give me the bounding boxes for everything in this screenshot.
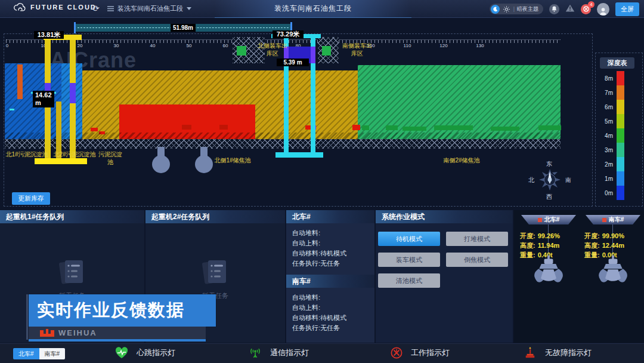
north-crane-bottom-beam bbox=[35, 158, 87, 164]
workshop-selector-label: 装洗车间南石油焦工段 bbox=[117, 4, 183, 13]
ruler-tick: 0 bbox=[6, 43, 8, 48]
dashboard: FUTURE CLOUD ⟳ 装洗车间南石油焦工段 装洗车间南石油焦工段 | 暗… bbox=[0, 0, 644, 363]
moon-icon[interactable] bbox=[491, 5, 500, 14]
workshop-selector[interactable]: 装洗车间南石油焦工段 bbox=[107, 4, 191, 13]
mode-stacking-button[interactable]: 打堆模式 bbox=[446, 232, 508, 246]
divider: | bbox=[513, 6, 515, 12]
depth-label: 2m bbox=[599, 161, 617, 168]
north-crane-card-title: 北车# bbox=[544, 216, 560, 224]
toggle-south-button[interactable]: 南车# bbox=[39, 348, 66, 359]
sun-icon[interactable] bbox=[502, 5, 511, 14]
alarm-icon[interactable]: 4 bbox=[581, 4, 591, 14]
crane1-queue-title: 起重机1#任务队列 bbox=[0, 210, 144, 223]
depth-color bbox=[617, 157, 624, 171]
coke-pool-north-label: 北侧1#储焦池 bbox=[203, 156, 262, 164]
loadout-green-square bbox=[237, 46, 246, 56]
ruler-tick: 20 bbox=[78, 43, 83, 48]
south-loadout-label: 南侧装车出库区 bbox=[340, 42, 374, 57]
pool-edge-hatch bbox=[5, 133, 561, 139]
warning-icon[interactable] bbox=[565, 4, 575, 14]
distance-measure-bar: 51.98m bbox=[75, 24, 291, 32]
fault-label: 无故障指示灯 bbox=[545, 347, 592, 358]
depth-label: 7m bbox=[599, 90, 617, 96]
depth-mark-orange bbox=[17, 64, 23, 99]
green-mark bbox=[491, 127, 519, 131]
theme-label: 暗夜主题 bbox=[517, 5, 538, 13]
cloud-logo-icon bbox=[13, 3, 26, 11]
mode-loading-button[interactable]: 装车模式 bbox=[378, 253, 440, 267]
status-row: 任务执行:无任务 bbox=[292, 323, 374, 333]
claw-icon bbox=[530, 256, 567, 288]
stat-value: 11.94m bbox=[538, 242, 560, 249]
green-mark bbox=[434, 125, 473, 130]
heartbeat-icon bbox=[115, 347, 128, 359]
sludge-pool-label: 污泥沉淀池 bbox=[97, 150, 124, 166]
mode-pool-clean-button[interactable]: 清池模式 bbox=[378, 273, 440, 288]
green-mark bbox=[538, 125, 561, 130]
compass-west: 西 bbox=[546, 193, 552, 201]
stat-value: 99.90% bbox=[602, 232, 624, 239]
toggle-north-button[interactable]: 北车# bbox=[13, 348, 39, 359]
stat-key: 开度: bbox=[584, 232, 600, 239]
brand: FUTURE CLOUD bbox=[13, 3, 97, 11]
work-label: 工作指示灯 bbox=[411, 347, 450, 358]
page-title: 装洗车间南石油焦工段 bbox=[215, 0, 411, 18]
depth-label: 8m bbox=[599, 75, 617, 82]
compass-east: 东 bbox=[546, 160, 552, 168]
mode-coke-dump-button[interactable]: 倒焦模式 bbox=[446, 253, 508, 267]
depth-label: 6m bbox=[599, 104, 617, 110]
depth-legend-title: 深度表 bbox=[600, 57, 634, 69]
depth-legend: 深度表 8m 7m 6m 5m 4m 3m 2m 1m 0m bbox=[599, 57, 639, 200]
vehicle-toggle: 北车# 南车# bbox=[13, 348, 65, 359]
south-crane-card-header: 南车# bbox=[586, 215, 640, 224]
crane-feedback-panel: 北车# 开度:99.26% 高度:11.94m 重量:0.40t 南车# 开度:… bbox=[514, 210, 644, 343]
depth-color bbox=[617, 71, 624, 85]
depth-color bbox=[617, 128, 624, 143]
coke-pool-south-label: 南侧2#储焦池 bbox=[432, 156, 491, 164]
depth-color bbox=[617, 114, 624, 128]
status-row: 自动移料:待机模式 bbox=[292, 313, 374, 323]
north-crane-height-label: 14.62 m bbox=[33, 91, 54, 107]
compass-icon: 东 北 南 西 bbox=[527, 160, 572, 202]
claw-icon bbox=[595, 256, 631, 288]
comm-icon bbox=[249, 347, 262, 358]
north-vehicle-rows: 自动堆料: 自动上料: 自动移料:待机模式 任务执行:无任务 bbox=[286, 223, 374, 271]
red-mark bbox=[352, 125, 360, 130]
stat-key: 开度: bbox=[520, 232, 535, 239]
depth-label: 4m bbox=[599, 133, 617, 139]
ruler-tick: 40 bbox=[150, 43, 156, 48]
stat-key: 高度: bbox=[520, 242, 535, 249]
refresh-icon[interactable]: ⟳ bbox=[92, 4, 100, 13]
mode-standby-button[interactable]: 待机模式 bbox=[378, 232, 440, 246]
pillar bbox=[152, 155, 170, 173]
red-mark bbox=[91, 128, 98, 131]
ruler-tick: 50 bbox=[187, 43, 192, 48]
fault-icon bbox=[524, 347, 537, 359]
update-stock-button[interactable]: 更新库存 bbox=[12, 192, 50, 205]
banner-edge bbox=[26, 294, 28, 340]
stat-key: 高度: bbox=[584, 242, 600, 249]
loadout-green-square bbox=[322, 46, 331, 56]
banner-box: 实时作业反馈数据 bbox=[29, 294, 216, 327]
north-crane-card-header: 北车# bbox=[521, 215, 576, 224]
red-mark bbox=[182, 125, 191, 130]
theme-toggle[interactable]: | 暗夜主题 bbox=[490, 4, 543, 14]
sludge-pool-label: 北1#污泥沉淀池 bbox=[4, 150, 50, 158]
chevron-down-icon bbox=[187, 7, 191, 10]
fault-indicator: 无故障指示灯 bbox=[524, 347, 592, 359]
green-mark bbox=[402, 127, 426, 131]
status-bar: 北车# 南车# 心跳指示灯 通信指示灯 工作指示灯 无故障指示灯 bbox=[0, 343, 644, 363]
south-crane-position-label: 73.29米 bbox=[273, 30, 304, 38]
comm-label: 通信指示灯 bbox=[270, 347, 309, 358]
bell-icon[interactable] bbox=[549, 4, 559, 14]
ruler-tick: 130 bbox=[476, 43, 484, 48]
distance-label: 51.98m bbox=[171, 24, 196, 32]
compass-north: 北 bbox=[528, 176, 534, 184]
depth-color bbox=[617, 171, 624, 186]
avatar[interactable] bbox=[597, 3, 609, 16]
banner-title: 实时作业反馈数据 bbox=[37, 299, 185, 322]
red-square-icon bbox=[538, 218, 542, 222]
vehicle-status-panel: 北车# 自动堆料: 自动上料: 自动移料:待机模式 任务执行:无任务 南车# 自… bbox=[286, 210, 374, 343]
measure-post bbox=[74, 22, 76, 33]
fullscreen-button[interactable]: 全屏 bbox=[615, 2, 639, 16]
